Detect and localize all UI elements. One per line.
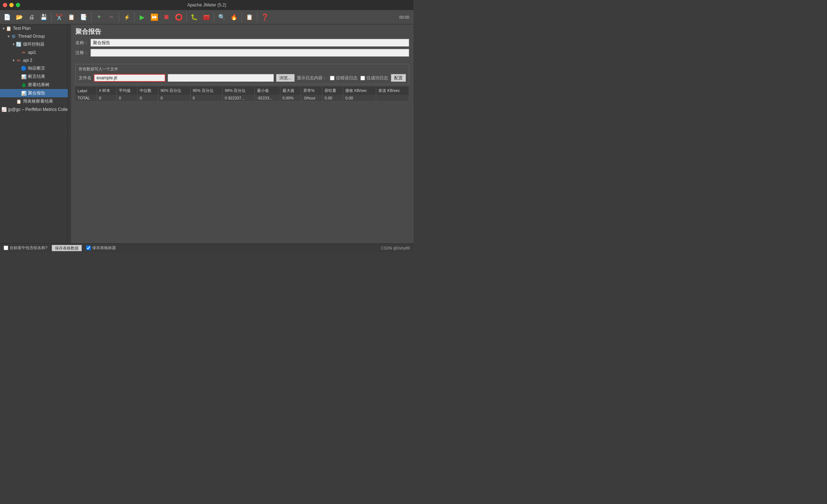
sep6 [214,12,214,22]
sidebar-item-loop-controller[interactable]: ▼ 🔄 循环控制器 [0,40,68,48]
panel-header: 聚合报告 名称： 注释： [71,24,414,62]
log-section: 显示日志内容： 仅错误日志 仅成功日志 配置 [297,74,406,82]
shutdown-button[interactable]: ⭕ [173,11,184,23]
sep2 [91,12,92,22]
comment-input[interactable] [90,49,409,57]
sidebar-label-thread-group: Thread Group [18,34,45,39]
save-header-checkbox[interactable] [86,246,91,250]
col-pct99: 99% 百分位 [223,87,255,95]
save-button[interactable]: 🖨 [26,11,37,23]
col-median: 中位数 [137,87,158,95]
clear-button[interactable]: 🔥 [228,11,240,23]
new-button[interactable]: 📄 [1,11,13,23]
tree-arrow: ▼ [1,27,6,31]
stop-button[interactable]: ⏹ [161,11,172,23]
sidebar-item-response-assert[interactable]: 🔵 响应断言 [0,64,68,73]
toolbox-button[interactable]: 🧰 [201,11,212,23]
sidebar-item-test-plan[interactable]: ▼ 📋 Test Plan [0,24,68,32]
title-bar: Apache JMeter (5.2) [0,0,414,10]
close-button[interactable] [3,3,7,7]
assertresult-icon: 📊 [21,74,27,80]
group-name-checkbox[interactable] [4,246,8,250]
name-label: 名称： [75,40,88,46]
help-button[interactable]: ❓ [259,11,271,23]
table-row: TOTAL 0 0 0 0 0 0 922337... -92233... 0.… [75,95,409,102]
sidebar-item-thread-group[interactable]: ▼ ⚙ Thread Group [0,32,68,40]
run-button[interactable]: ▶ [136,11,148,23]
saveall-button[interactable]: 💾 [38,11,50,23]
cell-label: TOTAL [75,95,97,102]
debug-button[interactable]: 🐛 [188,11,200,23]
threadgroup-icon: ⚙ [11,33,17,39]
sidebar-label-response-assert: 响应断言 [28,65,45,71]
run-nopause-button[interactable]: ⏩ [149,11,160,23]
cell-error: .0/hour [301,95,322,102]
cell-samples: 0 [97,95,117,102]
tree-arrow: ▼ [11,59,16,62]
sidebar-label-agg-report: 聚合报告 [28,90,45,96]
sep1 [51,12,52,22]
file-input[interactable] [94,74,165,82]
sidebar-item-view-result-tree[interactable]: 🌲 察看结果树 [0,81,68,89]
cell-send [376,95,409,102]
window-controls[interactable] [3,3,20,7]
status-bar: 在标签中包含组名称? 保存表格数据 保存表格标题 CSDN @0xhy89 [0,243,414,252]
name-row: 名称： [75,39,409,47]
copy-button[interactable]: 📋 [66,11,77,23]
tree-arrow: ▼ [6,34,11,38]
toolbar: 📄 📂 🖨 💾 ✂️ 📋 📑 + − ⚡ ▶ ⏩ ⏹ ⭕ 🐛 🧰 🔍 🔥 📋 ❓… [0,10,414,24]
sidebar-item-table-view[interactable]: 📋 用表格察看结果 [0,97,68,106]
sidebar-label-table-view: 用表格察看结果 [23,98,53,104]
perfmon-icon: 📈 [1,107,7,112]
file-path-input[interactable] [168,74,274,82]
sidebar-item-perfmon[interactable]: 📈 jp@gc – PerfMon Metrics Collector [0,106,68,113]
add-button[interactable]: + [93,11,105,23]
cell-min: -92233... [254,95,280,102]
save-table-data-button[interactable]: 保存表格数据 [52,245,82,251]
success-log-checkbox[interactable] [360,76,365,80]
cell-avg: 0 [117,95,137,102]
success-log-group: 仅成功日志 [360,75,388,81]
sidebar-label-test-plan: Test Plan [13,26,31,31]
sidebar-item-api1[interactable]: ✏ api1 [0,48,68,56]
maximize-button[interactable] [16,3,20,7]
sidebar-item-api2[interactable]: ▼ ✏ api 2 [0,56,68,64]
search-button[interactable]: 🔍 [216,11,228,23]
comment-row: 注释： [75,49,409,57]
sidebar-label-api2: api 2 [23,58,32,63]
col-pct95: 95% 百分位 [190,87,223,95]
error-log-label: 仅错误日志 [336,75,358,81]
config-button[interactable]: 配置 [391,74,406,82]
error-log-group: 仅错误日志 [330,75,358,81]
list-button[interactable]: 📋 [244,11,255,23]
paste-button[interactable]: 📑 [78,11,89,23]
error-log-checkbox[interactable] [330,76,335,80]
cut-button[interactable]: ✂️ [53,11,65,23]
name-input[interactable] [90,39,409,47]
csdn-user: CSDN @0xhy89 [381,246,410,250]
tableview-icon: 📋 [16,99,22,104]
splitter[interactable]: · · · [68,24,71,243]
content-panel: 聚合报告 名称： 注释： 所有数据写入一个文件 文件名 浏览... 显示日志内容… [71,24,414,243]
file-section: 所有数据写入一个文件 文件名 浏览... 显示日志内容： 仅错误日志 仅成功日志 [75,64,409,84]
cell-pct99: 0 922337... [223,95,255,102]
open-button[interactable]: 📂 [14,11,25,23]
sidebar: ▼ 📋 Test Plan ▼ ⚙ Thread Group ▼ 🔄 循环控制器… [0,24,68,243]
browse-button[interactable]: 浏览... [276,74,295,82]
panel-title: 聚合报告 [75,27,409,36]
assert-icon: 🔵 [21,66,27,71]
loop-icon: 🔄 [16,42,22,47]
agg-table: Label # 样本 平均值 中位数 90% 百分位 95% 百分位 99% 百… [75,87,409,102]
col-throughput: 吞吐量 [322,87,343,95]
api1-icon: ✏ [21,50,27,55]
sidebar-label-perfmon: jp@gc – PerfMon Metrics Collector [8,107,68,112]
remove-button[interactable]: − [106,11,117,23]
edit-icon[interactable]: ⚡ [121,11,132,23]
sidebar-item-agg-report[interactable]: 📊 聚合报告 [0,89,68,97]
aggreport-icon: 📊 [21,90,27,96]
col-pct90: 90% 百分位 [158,87,191,95]
cell-recv: 0.00 [343,95,376,102]
col-send: 发送 KB/sec [376,87,409,95]
sidebar-item-assert-result[interactable]: 📊 断言结果 [0,73,68,81]
minimize-button[interactable] [9,3,14,7]
